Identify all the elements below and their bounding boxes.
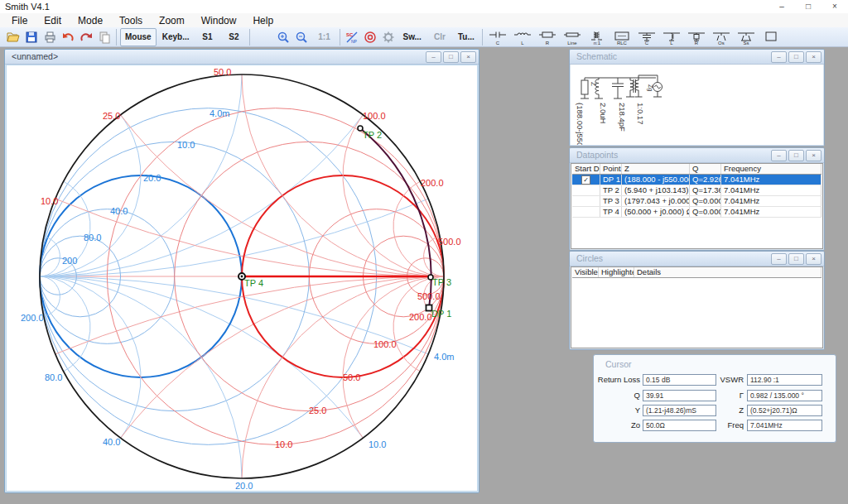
- chart-window-buttons: –□×: [426, 51, 476, 63]
- target-button[interactable]: [362, 29, 378, 46]
- table-row[interactable]: TP 3(1797.043 + j0.000) ΩQ=0.0007.041MHz: [572, 196, 822, 207]
- close-button[interactable]: ×: [822, 0, 848, 13]
- menu-window[interactable]: Window: [193, 13, 245, 27]
- toolbar-separator: [249, 29, 250, 46]
- datapoints-restore-button[interactable]: □: [788, 150, 804, 161]
- zoom-out-button[interactable]: [293, 29, 310, 46]
- component-button-r[interactable]: R: [687, 28, 706, 46]
- column-header-point[interactable]: Point: [600, 164, 622, 174]
- column-header-q[interactable]: Q: [690, 164, 721, 174]
- start-dp-cell[interactable]: ✓: [572, 175, 600, 185]
- cell: 7.041MHz: [721, 196, 822, 206]
- menu-zoom[interactable]: Zoom: [151, 13, 193, 27]
- save-button[interactable]: [23, 29, 40, 46]
- mode-button-mouse[interactable]: Mouse: [120, 28, 157, 46]
- cursor-value-freq[interactable]: 7.041MHz: [747, 420, 822, 431]
- grid-label-imp: 200.0: [409, 312, 432, 322]
- grid-label-imp: 50.0: [343, 372, 360, 382]
- menu-help[interactable]: Help: [244, 13, 282, 27]
- cursor-value-return-loss[interactable]: 0.15 dB: [643, 374, 716, 386]
- component-button-ss[interactable]: Ss: [736, 28, 756, 46]
- menu-tools[interactable]: Tools: [111, 13, 151, 27]
- cursor-value-q[interactable]: 39.91: [643, 390, 716, 401]
- open-button[interactable]: [5, 29, 22, 46]
- schematic-titlebar[interactable]: Schematic –□×: [570, 50, 824, 65]
- component-button-os[interactable]: Os: [711, 28, 731, 46]
- load-symbol[interactable]: [581, 80, 588, 94]
- schematic-restore-button[interactable]: □: [788, 51, 804, 63]
- component-button-rlc[interactable]: RLC: [612, 28, 632, 46]
- minimize-button[interactable]: –: [768, 0, 795, 13]
- schematic-drawing: ZZg(188.00-j550.02.0uH218.4pF1:0.17: [571, 65, 823, 145]
- grid-label-adm: 80.0: [84, 233, 101, 242]
- cursor-value-y[interactable]: (1.21-j48.26)mS: [643, 405, 716, 416]
- menu-mode[interactable]: Mode: [70, 13, 111, 27]
- restore-button[interactable]: □: [795, 0, 822, 13]
- shunt-inductor-symbol[interactable]: [595, 78, 603, 98]
- circles-close-button[interactable]: ×: [806, 253, 822, 265]
- zoom-in-button[interactable]: [275, 29, 292, 46]
- cursor-value-γ[interactable]: 0.982 / 135.000 °: [747, 390, 822, 401]
- component-button-r[interactable]: R: [537, 28, 557, 46]
- datapoints-minimize-button[interactable]: –: [771, 150, 787, 161]
- start-dp-cell[interactable]: [572, 185, 600, 195]
- table-row[interactable]: ✓DP 1(188.000 - j550.000) ΩQ=2.9267.041M…: [572, 175, 822, 185]
- column-header-highlighted[interactable]: Highlighted: [599, 267, 634, 277]
- cursor-value-vswr[interactable]: 112.90 :1: [747, 374, 822, 386]
- undo-button[interactable]: [60, 29, 76, 46]
- menu-edit[interactable]: Edit: [36, 13, 70, 27]
- point-label-dp1: DP 1: [431, 309, 451, 319]
- component-button-l[interactable]: L: [513, 28, 532, 46]
- grid-label-adm: 200.0: [21, 313, 44, 323]
- component-button-c[interactable]: C: [637, 28, 657, 46]
- cursor-value-z[interactable]: (0.52+j20.71)Ω: [747, 405, 822, 416]
- print-button[interactable]: [41, 29, 58, 46]
- grid-label-imp: 10.0: [41, 196, 58, 206]
- schematic-minimize-button[interactable]: –: [771, 51, 787, 63]
- smith-chart[interactable]: 10.025.050.0100.0200.0500.0500.0200.0100…: [7, 65, 477, 492]
- menu-file[interactable]: File: [3, 13, 36, 27]
- mode-button-s1[interactable]: S1: [195, 29, 219, 46]
- cursor-title: Cursor: [605, 359, 632, 369]
- circles-titlebar[interactable]: Circles –□×: [570, 252, 824, 266]
- chart-window-restore-button[interactable]: □: [443, 51, 459, 63]
- column-header-start-dp[interactable]: Start DP: [572, 164, 600, 174]
- circles-restore-button[interactable]: □: [788, 253, 804, 265]
- table-row[interactable]: TP 2(5.940 + j103.143) ΩQ=17.3657.041MHz: [572, 185, 822, 196]
- schematic-close-button[interactable]: ×: [806, 51, 822, 63]
- tool-button-tu[interactable]: Tu...: [454, 29, 479, 46]
- table-row[interactable]: TP 4(50.000 + j0.000) ΩQ=0.0007.041MHz: [572, 207, 822, 218]
- smith-mode-button[interactable]: SCNP: [344, 29, 360, 46]
- column-header-frequency[interactable]: Frequency: [721, 164, 822, 174]
- tool-button-sw[interactable]: Sw...: [398, 29, 425, 46]
- start-dp-cell[interactable]: [572, 196, 600, 206]
- chart-window-minimize-button[interactable]: –: [426, 51, 441, 63]
- mode-button-s2[interactable]: S2: [221, 29, 246, 46]
- shunt-capacitor-symbol[interactable]: [612, 78, 624, 98]
- column-header-details[interactable]: Details: [634, 267, 822, 277]
- grid-label-imp: 10.0: [275, 439, 292, 449]
- component-button-line[interactable]: Line: [562, 28, 582, 46]
- mode-button-keyb[interactable]: Keyb...: [158, 29, 194, 46]
- component-button-c[interactable]: C: [488, 28, 508, 46]
- datapoints-titlebar[interactable]: Datapoints –□×: [570, 148, 824, 163]
- datapoints-close-button[interactable]: ×: [806, 150, 822, 161]
- gear-button[interactable]: [380, 29, 397, 46]
- circles-minimize-button[interactable]: –: [771, 253, 787, 265]
- redo-button[interactable]: [78, 29, 94, 46]
- cursor-value-zo[interactable]: 50.0Ω: [643, 420, 716, 431]
- tool-button-clr[interactable]: Clr: [427, 29, 452, 46]
- zoom-1to1-button[interactable]: 1:1: [311, 29, 336, 46]
- copy-button[interactable]: [96, 29, 113, 46]
- start-dp-checkbox[interactable]: ✓: [581, 175, 590, 185]
- component-button-l[interactable]: L: [662, 28, 682, 46]
- column-header-z[interactable]: Z: [622, 164, 690, 174]
- column-header-visible[interactable]: Visible: [572, 267, 599, 277]
- datapoints-buttons: –□×: [771, 150, 822, 161]
- start-dp-cell[interactable]: [572, 207, 600, 217]
- component-button-n:1[interactable]: n:1: [587, 28, 607, 46]
- chart-window-close-button[interactable]: ×: [460, 51, 476, 63]
- gear-icon: [382, 31, 396, 44]
- component-button-port[interactable]: [761, 28, 781, 46]
- chart-window-titlebar[interactable]: <unnamed> –□×: [5, 50, 479, 65]
